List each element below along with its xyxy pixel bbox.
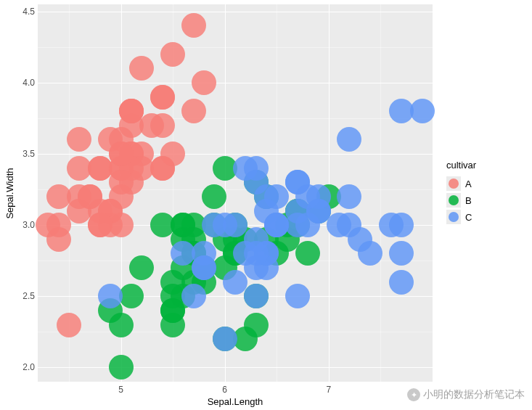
data-point: [109, 355, 134, 380]
watermark: ✦ 小明的数据分析笔记本: [407, 388, 525, 401]
x-tick-label: 6: [222, 385, 227, 395]
legend-label: C: [465, 212, 472, 223]
x-tick-label: 7: [326, 385, 331, 395]
y-tick-label: 4.5: [17, 7, 35, 17]
y-tick-label: 3.0: [17, 220, 35, 230]
data-point: [213, 327, 237, 351]
grid-line-minor-v: [380, 4, 381, 382]
grid-line-minor-h: [38, 47, 433, 48]
legend-item: B: [446, 193, 476, 208]
data-point: [181, 284, 206, 308]
data-point: [244, 313, 269, 337]
data-point: [244, 241, 269, 266]
data-point: [410, 99, 435, 123]
data-point: [285, 284, 310, 308]
data-point: [337, 127, 361, 152]
grid-line-h: [38, 12, 433, 12]
data-point: [67, 127, 91, 152]
grid-line-h: [38, 83, 433, 83]
legend-swatch: [446, 210, 461, 224]
data-point: [67, 184, 91, 209]
data-point: [98, 284, 123, 308]
data-point: [181, 13, 206, 38]
data-point: [109, 313, 134, 337]
legend-item: A: [446, 176, 476, 191]
data-point: [233, 156, 258, 181]
data-point: [46, 213, 71, 237]
data-point: [119, 99, 144, 123]
data-point: [295, 241, 320, 266]
wechat-icon: ✦: [407, 388, 420, 401]
data-point: [285, 170, 310, 194]
plot-area: [38, 4, 433, 382]
legend: cultivar ABC: [446, 160, 476, 226]
data-point: [129, 255, 154, 280]
data-point: [389, 270, 414, 295]
grid-line-minor-h: [38, 118, 433, 119]
chart-container: Sepal.Length Sepal.Width cultivar ABC ✦ …: [0, 0, 532, 410]
data-point: [181, 99, 206, 123]
data-point: [264, 213, 289, 237]
legend-title: cultivar: [446, 160, 476, 171]
data-point: [57, 313, 81, 337]
watermark-text: 小明的数据分析笔记本: [423, 388, 525, 401]
y-tick-label: 3.5: [17, 149, 35, 159]
data-point: [192, 255, 216, 280]
data-point: [244, 284, 269, 308]
data-point: [337, 213, 361, 237]
legend-swatch: [446, 176, 461, 191]
legend-dot-icon: [449, 212, 459, 222]
x-tick-label: 5: [118, 385, 123, 395]
data-point: [202, 213, 226, 237]
y-tick-label: 4.0: [17, 78, 35, 88]
grid-line-h: [38, 367, 433, 368]
data-point: [109, 142, 134, 166]
data-point: [171, 241, 195, 266]
data-point: [358, 241, 382, 266]
data-point: [337, 184, 361, 209]
data-point: [129, 56, 154, 81]
data-point: [160, 42, 185, 67]
legend-item: C: [446, 210, 476, 224]
y-tick-label: 2.0: [17, 362, 35, 372]
data-point: [139, 113, 164, 138]
data-point: [202, 184, 226, 209]
data-point: [223, 270, 247, 295]
data-point: [192, 70, 216, 95]
grid-line-h: [38, 296, 433, 297]
legend-label: A: [465, 179, 472, 189]
data-point: [150, 85, 175, 110]
y-axis-label: Sepal.Width: [4, 4, 15, 382]
legend-dot-icon: [449, 179, 459, 189]
data-point: [109, 170, 134, 194]
data-point: [160, 142, 185, 166]
y-tick-label: 2.5: [17, 291, 35, 301]
legend-label: B: [465, 195, 472, 206]
x-axis-label: Sepal.Length: [38, 396, 433, 407]
data-point: [88, 213, 112, 237]
legend-dot-icon: [449, 195, 459, 205]
data-point: [389, 241, 414, 266]
legend-swatch: [446, 193, 461, 208]
grid-line-h: [38, 154, 433, 155]
data-point: [389, 213, 414, 237]
